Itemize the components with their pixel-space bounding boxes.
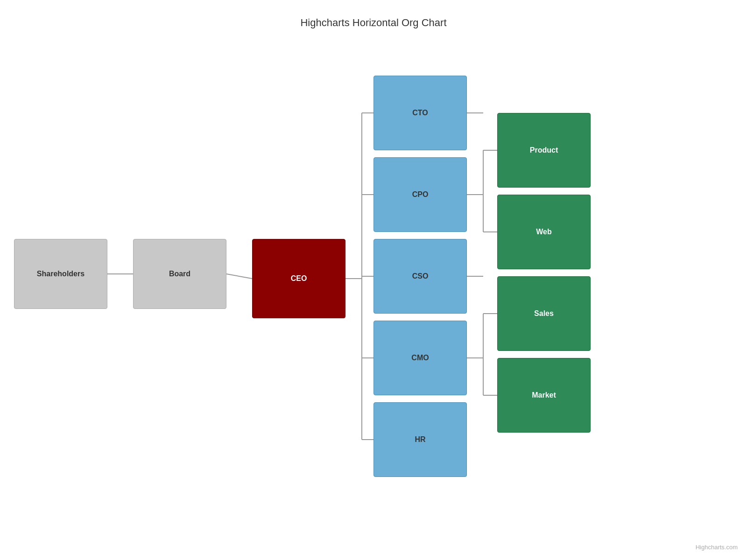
node-board: Board xyxy=(133,239,226,309)
cto-label: CTO xyxy=(412,109,428,117)
node-sales: Sales xyxy=(497,276,591,351)
market-label: Market xyxy=(532,391,556,399)
chart-title: Highcharts Horizontal Org Chart xyxy=(0,0,747,38)
node-cpo: CPO xyxy=(374,157,467,232)
node-hr: HR xyxy=(374,402,467,477)
cmo-label: CMO xyxy=(411,354,429,362)
node-cso: CSO xyxy=(374,239,467,314)
node-web: Web xyxy=(497,195,591,269)
chart-area: Shareholders Board CEO CTO CPO CSO CMO H… xyxy=(0,38,747,556)
board-label: Board xyxy=(169,270,190,278)
node-cto: CTO xyxy=(374,76,467,150)
node-market: Market xyxy=(497,358,591,433)
product-label: Product xyxy=(530,146,558,154)
cpo-label: CPO xyxy=(412,190,429,199)
node-ceo: CEO xyxy=(252,239,345,318)
web-label: Web xyxy=(536,228,551,236)
shareholders-label: Shareholders xyxy=(37,270,85,278)
ceo-label: CEO xyxy=(291,274,307,283)
node-shareholders: Shareholders xyxy=(14,239,107,309)
watermark: Highcharts.com xyxy=(696,544,738,551)
node-cmo: CMO xyxy=(374,321,467,395)
hr-label: HR xyxy=(415,435,425,444)
sales-label: Sales xyxy=(534,309,554,318)
cso-label: CSO xyxy=(412,272,429,280)
node-product: Product xyxy=(497,113,591,188)
svg-line-1 xyxy=(226,274,252,279)
